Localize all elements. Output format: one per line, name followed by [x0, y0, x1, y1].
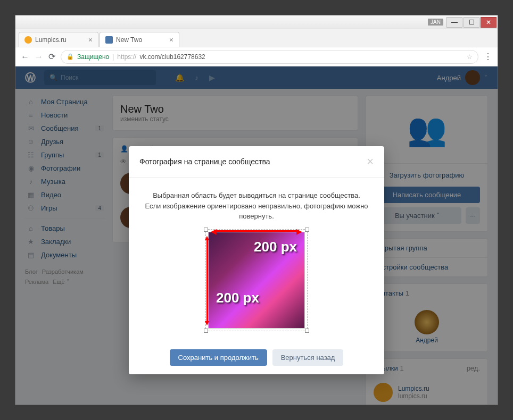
url-input[interactable]: 🔒 Защищено | https://vk.com/club16277863…: [61, 50, 478, 64]
modal-overlay[interactable]: Фотография на странице сообщества × Выбр…: [15, 66, 498, 405]
modal-header: Фотография на странице сообщества ×: [129, 146, 384, 178]
secure-label: Защищено: [77, 53, 109, 61]
url-prefix: https://: [117, 53, 136, 61]
resize-handle-tr[interactable]: [305, 228, 309, 232]
browser-tabbar: Lumpics.ru × New Two ×: [15, 29, 498, 47]
modal-footer: Сохранить и продолжить Вернуться назад: [129, 341, 384, 374]
browser-addressbar: ← → ⟳ 🔒 Защищено | https://vk.com/club16…: [15, 47, 498, 66]
tab-label: Lumpics.ru: [35, 36, 67, 44]
favicon-icon: [105, 36, 113, 44]
photo-crop-modal: Фотография на странице сообщества × Выбр…: [129, 146, 384, 374]
window-titlebar: JAN — ☐ ✕: [15, 15, 498, 29]
jan-badge: JAN: [428, 19, 443, 26]
browser-tab-newtwo[interactable]: New Two ×: [100, 32, 179, 47]
modal-body: Выбранная область будет выводиться на ст…: [129, 178, 384, 341]
close-tab-icon[interactable]: ×: [169, 36, 173, 44]
modal-close-icon[interactable]: ×: [367, 155, 374, 169]
tab-label: New Two: [116, 36, 142, 44]
window-minimize-button[interactable]: —: [446, 17, 462, 28]
resize-handle-tl[interactable]: [204, 228, 208, 232]
browser-menu-icon[interactable]: ⋮: [484, 52, 492, 62]
crop-area[interactable]: ◀▶ ▲▼ 200 px 200 px: [209, 232, 304, 328]
modal-description-1: Выбранная область будет выводиться на ст…: [145, 190, 368, 201]
nav-back-icon[interactable]: ←: [21, 52, 29, 62]
modal-description-2: Если изображение ориентировано неправиль…: [145, 201, 368, 222]
lock-icon: 🔒: [67, 53, 74, 60]
url-text: vk.com/club162778632: [139, 53, 205, 61]
browser-window: JAN — ☐ ✕ Lumpics.ru × New Two × ← → ⟳ 🔒…: [15, 15, 498, 405]
favicon-icon: [24, 36, 32, 44]
close-tab-icon[interactable]: ×: [88, 36, 93, 44]
go-back-button[interactable]: Вернуться назад: [272, 349, 344, 366]
page-content: Ⓦ 🔍 Поиск 🔔 ♪ ▶ Андрей ˅ ⌂Моя Страница ≡…: [15, 66, 498, 405]
nav-reload-icon[interactable]: ⟳: [48, 52, 55, 62]
window-close-button[interactable]: ✕: [481, 17, 497, 28]
save-continue-button[interactable]: Сохранить и продолжить: [170, 349, 267, 366]
resize-handle-bl[interactable]: [204, 329, 208, 333]
resize-handle-br[interactable]: [305, 329, 309, 333]
modal-title: Фотография на странице сообщества: [139, 157, 270, 166]
nav-forward-icon[interactable]: →: [35, 52, 43, 62]
window-maximize-button[interactable]: ☐: [464, 17, 479, 28]
browser-tab-lumpics[interactable]: Lumpics.ru ×: [19, 32, 98, 47]
width-label: 200 px: [254, 240, 297, 254]
star-icon[interactable]: ☆: [467, 53, 473, 61]
height-label: 200 px: [216, 291, 259, 305]
